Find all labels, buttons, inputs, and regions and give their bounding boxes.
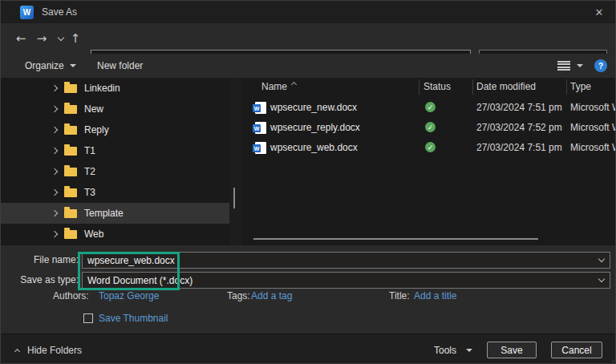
file-name-dropdown-chevron-icon[interactable] — [598, 256, 605, 262]
column-header-type[interactable]: Type — [570, 81, 591, 92]
expand-chevron-icon[interactable] — [51, 127, 58, 133]
close-icon[interactable]: ✕ — [582, 1, 616, 23]
column-header-status[interactable]: Status — [424, 81, 451, 92]
file-name: wpsecure_reply.docx — [270, 122, 360, 133]
file-row[interactable]: wpsecure_reply.docx ✓ 27/03/2024 7:52 pm… — [241, 118, 616, 138]
file-date: 27/03/2024 7:51 pm — [476, 142, 562, 153]
save-as-type-combobox[interactable]: Word Document (*.docx) — [82, 272, 610, 289]
save-as-type-value: Word Document (*.docx) — [83, 275, 599, 286]
tree-item-template[interactable]: Template — [1, 203, 229, 224]
file-type: Microsoft Wo — [570, 142, 616, 153]
organize-label: Organize — [25, 60, 64, 71]
sort-ascending-icon — [291, 82, 297, 87]
file-list-horizontal-scrollbar[interactable] — [253, 238, 538, 240]
file-date: 27/03/2024 7:52 pm — [476, 122, 562, 133]
save-button[interactable]: Save — [487, 342, 537, 358]
up-button[interactable]: ↑ — [65, 28, 86, 49]
file-list-header: Name Status Date modified Type — [241, 78, 616, 96]
file-name-label: File name: — [6, 254, 79, 265]
word-app-icon: W — [20, 6, 34, 19]
details-view-icon — [557, 61, 570, 71]
column-header-name[interactable]: Name — [261, 81, 287, 92]
tree-item-new[interactable]: New — [1, 99, 229, 119]
folder-icon — [64, 105, 77, 114]
add-title-link[interactable]: Add a title — [414, 290, 456, 301]
word-file-icon — [255, 102, 266, 114]
save-form: File name: Save as type: Word Document (… — [1, 245, 616, 334]
file-type: Microsoft Wo — [570, 122, 616, 133]
synced-check-icon: ✓ — [425, 102, 436, 112]
tree-item-t1[interactable]: T1 — [1, 140, 229, 161]
save-thumbnail-checkbox[interactable] — [83, 313, 93, 323]
tree-item-web[interactable]: Web — [1, 224, 229, 245]
save-as-type-dropdown-chevron-icon[interactable] — [598, 276, 605, 282]
title-bar: W Save As ✕ — [1, 1, 616, 23]
folder-icon — [64, 84, 77, 93]
tree-item-label: T1 — [84, 145, 95, 156]
hide-folders-button[interactable]: Hide Folders — [15, 334, 82, 364]
save-thumbnail-option[interactable]: Save Thumbnail — [83, 313, 168, 324]
column-divider[interactable] — [472, 79, 473, 95]
forward-button[interactable]: → — [31, 28, 52, 49]
tree-item-t3[interactable]: T3 — [1, 182, 229, 203]
expand-chevron-icon[interactable] — [51, 148, 58, 154]
tree-item-t2[interactable]: T2 — [1, 161, 229, 182]
add-tag-link[interactable]: Add a tag — [251, 290, 292, 301]
folder-icon — [64, 168, 77, 176]
title-label: Title: — [389, 290, 410, 301]
word-file-icon — [255, 142, 266, 154]
tree-item-label: Reply — [84, 124, 109, 135]
folder-icon — [64, 147, 77, 156]
authors-value-link[interactable]: Topaz George — [99, 290, 159, 301]
tree-item-reply[interactable]: Reply — [1, 119, 229, 140]
expand-chevron-icon[interactable] — [51, 231, 58, 237]
save-thumbnail-label: Save Thumbnail — [99, 313, 168, 324]
tree-item-linkedin[interactable]: Linkedin — [1, 78, 229, 99]
tree-item-label: Web — [84, 229, 103, 240]
column-divider[interactable] — [566, 79, 567, 95]
help-icon: ? — [594, 59, 607, 72]
metadata-row: Authors: Topaz George Tags: Add a tag Ti… — [1, 290, 616, 306]
file-name-input[interactable] — [83, 255, 599, 266]
expand-chevron-icon[interactable] — [51, 189, 58, 196]
expand-chevron-icon[interactable] — [51, 210, 58, 216]
file-row[interactable]: wpsecure_web.docx ✓ 27/03/2024 7:51 pm M… — [241, 138, 616, 158]
back-button[interactable]: ← — [10, 28, 31, 49]
organize-dropdown-icon — [70, 64, 76, 67]
expand-chevron-icon[interactable] — [51, 168, 58, 175]
column-divider[interactable] — [419, 79, 419, 95]
tree-item-label: T3 — [84, 187, 95, 198]
view-dropdown-icon — [577, 64, 583, 67]
tags-label: Tags: — [227, 290, 250, 301]
file-name: wpsecure_new.docx — [270, 102, 357, 113]
organize-button[interactable]: Organize — [25, 54, 76, 78]
resize-grip[interactable] — [613, 361, 614, 362]
expand-chevron-icon[interactable] — [51, 106, 58, 112]
cancel-button[interactable]: Cancel — [551, 342, 602, 358]
save-as-dialog: W Save As ✕ ← → ↑ « sccmtspsi-source Wal… — [0, 0, 616, 364]
expand-chevron-icon[interactable] — [51, 85, 58, 91]
folder-icon — [64, 230, 77, 239]
new-folder-button[interactable]: New folder — [97, 54, 143, 78]
file-name-combobox[interactable] — [82, 252, 610, 269]
file-row[interactable]: wpsecure_new.docx ✓ 27/03/2024 7:51 pm M… — [241, 98, 616, 118]
tree-scroll-track — [229, 78, 241, 245]
folder-icon — [64, 188, 77, 197]
file-list: Name Status Date modified Type wpsecure_… — [241, 78, 616, 245]
help-button[interactable]: ? — [594, 54, 607, 78]
column-header-date-modified[interactable]: Date modified — [476, 81, 536, 92]
synced-check-icon: ✓ — [425, 142, 436, 152]
save-as-type-label: Save as type: — [6, 274, 79, 285]
navigation-bar: ← → ↑ « sccmtspsi-source Wallpaper Signa… — [1, 23, 616, 54]
view-dropdown-button[interactable] — [577, 54, 583, 78]
tools-button[interactable]: Tools — [434, 334, 472, 364]
chevron-up-icon — [14, 348, 20, 354]
command-bar: Organize New folder ? — [1, 54, 616, 78]
tree-item-label: Template — [84, 208, 124, 219]
word-file-icon — [255, 122, 266, 134]
new-folder-label: New folder — [97, 60, 143, 71]
folder-icon — [64, 209, 77, 218]
tree-item-label: T2 — [84, 166, 95, 177]
change-view-button[interactable] — [557, 54, 570, 78]
tree-scrollbar[interactable] — [233, 188, 235, 208]
